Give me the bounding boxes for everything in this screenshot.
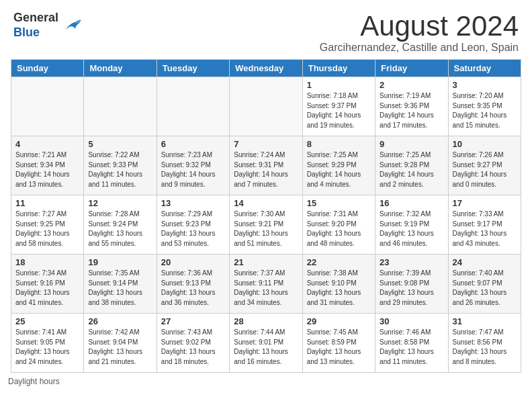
day-cell: 11Sunrise: 7:27 AMSunset: 9:25 PMDayligh… xyxy=(11,195,84,255)
day-number: 19 xyxy=(88,257,152,267)
day-info: Sunrise: 7:43 AMSunset: 9:02 PMDaylight:… xyxy=(161,328,225,367)
calendar-week-row: 25Sunrise: 7:41 AMSunset: 9:05 PMDayligh… xyxy=(11,314,521,373)
day-info: Sunrise: 7:21 AMSunset: 9:34 PMDaylight:… xyxy=(15,150,79,189)
day-cell: 6Sunrise: 7:23 AMSunset: 9:32 PMDaylight… xyxy=(157,136,229,195)
day-cell: 7Sunrise: 7:24 AMSunset: 9:31 PMDaylight… xyxy=(230,136,302,195)
day-cell: 4Sunrise: 7:21 AMSunset: 9:34 PMDaylight… xyxy=(11,136,84,195)
day-cell: 31Sunrise: 7:47 AMSunset: 8:56 PMDayligh… xyxy=(448,314,521,373)
day-number: 21 xyxy=(234,257,298,267)
header: General Blue August 2024 Garcihernandez,… xyxy=(0,0,532,59)
day-number: 3 xyxy=(453,80,517,90)
day-number: 5 xyxy=(88,139,152,149)
day-number: 7 xyxy=(234,139,298,149)
day-cell: 19Sunrise: 7:35 AMSunset: 9:14 PMDayligh… xyxy=(84,255,157,314)
day-number: 28 xyxy=(234,316,298,326)
day-cell: 29Sunrise: 7:45 AMSunset: 8:59 PMDayligh… xyxy=(302,314,375,373)
day-of-week-header: Thursday xyxy=(302,60,375,77)
day-number: 18 xyxy=(15,257,79,267)
day-of-week-header: Saturday xyxy=(448,60,521,77)
day-number: 10 xyxy=(453,139,517,149)
day-cell: 22Sunrise: 7:38 AMSunset: 9:10 PMDayligh… xyxy=(302,255,375,314)
day-cell: 5Sunrise: 7:22 AMSunset: 9:33 PMDaylight… xyxy=(84,136,157,195)
location-subtitle: Garcihernandez, Castille and Leon, Spain xyxy=(320,42,519,54)
day-info: Sunrise: 7:39 AMSunset: 9:08 PMDaylight:… xyxy=(380,269,443,308)
day-number: 24 xyxy=(453,257,517,267)
day-of-week-header: Monday xyxy=(84,60,157,77)
day-info: Sunrise: 7:28 AMSunset: 9:24 PMDaylight:… xyxy=(88,210,152,248)
day-cell: 12Sunrise: 7:28 AMSunset: 9:24 PMDayligh… xyxy=(84,195,157,255)
day-info: Sunrise: 7:34 AMSunset: 9:16 PMDaylight:… xyxy=(15,269,79,308)
day-cell: 24Sunrise: 7:40 AMSunset: 9:07 PMDayligh… xyxy=(448,255,521,314)
day-info: Sunrise: 7:38 AMSunset: 9:10 PMDaylight:… xyxy=(307,269,371,308)
day-cell: 3Sunrise: 7:20 AMSunset: 9:35 PMDaylight… xyxy=(448,77,521,136)
day-number: 9 xyxy=(380,139,443,149)
day-number: 30 xyxy=(380,316,443,326)
day-of-week-header: Friday xyxy=(375,60,448,77)
day-number: 11 xyxy=(15,198,79,208)
day-info: Sunrise: 7:31 AMSunset: 9:20 PMDaylight:… xyxy=(307,210,371,248)
day-info: Sunrise: 7:22 AMSunset: 9:33 PMDaylight:… xyxy=(88,150,152,189)
day-info: Sunrise: 7:36 AMSunset: 9:13 PMDaylight:… xyxy=(161,269,225,308)
day-cell: 20Sunrise: 7:36 AMSunset: 9:13 PMDayligh… xyxy=(157,255,229,314)
day-info: Sunrise: 7:26 AMSunset: 9:27 PMDaylight:… xyxy=(453,150,517,189)
day-cell: 2Sunrise: 7:19 AMSunset: 9:36 PMDaylight… xyxy=(375,77,448,136)
day-cell: 16Sunrise: 7:32 AMSunset: 9:19 PMDayligh… xyxy=(375,195,448,255)
day-number: 6 xyxy=(161,139,225,149)
calendar-header: SundayMondayTuesdayWednesdayThursdayFrid… xyxy=(11,60,521,77)
day-number: 16 xyxy=(380,198,443,208)
day-number: 14 xyxy=(234,198,298,208)
day-cell: 26Sunrise: 7:42 AMSunset: 9:04 PMDayligh… xyxy=(84,314,157,373)
day-info: Sunrise: 7:24 AMSunset: 9:31 PMDaylight:… xyxy=(234,150,298,189)
day-info: Sunrise: 7:37 AMSunset: 9:11 PMDaylight:… xyxy=(234,269,298,308)
day-number: 2 xyxy=(380,80,443,90)
calendar-week-row: 1Sunrise: 7:18 AMSunset: 9:37 PMDaylight… xyxy=(11,77,521,136)
day-info: Sunrise: 7:44 AMSunset: 9:01 PMDaylight:… xyxy=(234,328,298,367)
day-cell: 28Sunrise: 7:44 AMSunset: 9:01 PMDayligh… xyxy=(230,314,302,373)
day-number: 1 xyxy=(307,80,371,90)
day-info: Sunrise: 7:18 AMSunset: 9:37 PMDaylight:… xyxy=(307,91,371,130)
calendar-week-row: 18Sunrise: 7:34 AMSunset: 9:16 PMDayligh… xyxy=(11,255,521,314)
day-cell: 15Sunrise: 7:31 AMSunset: 9:20 PMDayligh… xyxy=(302,195,375,255)
calendar-body: 1Sunrise: 7:18 AMSunset: 9:37 PMDaylight… xyxy=(11,77,521,373)
page-container: General Blue August 2024 Garcihernandez,… xyxy=(0,0,532,390)
day-cell: 10Sunrise: 7:26 AMSunset: 9:27 PMDayligh… xyxy=(448,136,521,195)
day-cell: 8Sunrise: 7:25 AMSunset: 9:29 PMDaylight… xyxy=(302,136,375,195)
day-info: Sunrise: 7:19 AMSunset: 9:36 PMDaylight:… xyxy=(380,91,443,130)
day-cell: 17Sunrise: 7:33 AMSunset: 9:17 PMDayligh… xyxy=(448,195,521,255)
day-info: Sunrise: 7:41 AMSunset: 9:05 PMDaylight:… xyxy=(15,328,79,367)
day-cell xyxy=(230,77,302,136)
day-cell: 1Sunrise: 7:18 AMSunset: 9:37 PMDaylight… xyxy=(302,77,375,136)
calendar-table: SundayMondayTuesdayWednesdayThursdayFrid… xyxy=(11,59,521,373)
day-info: Sunrise: 7:23 AMSunset: 9:32 PMDaylight:… xyxy=(161,150,225,189)
daylight-label: Daylight hours xyxy=(8,377,60,386)
logo-text: General Blue xyxy=(13,11,58,40)
day-number: 26 xyxy=(88,316,152,326)
footer: Daylight hours xyxy=(0,373,532,390)
day-number: 17 xyxy=(453,198,517,208)
day-cell: 21Sunrise: 7:37 AMSunset: 9:11 PMDayligh… xyxy=(230,255,302,314)
calendar-wrapper: SundayMondayTuesdayWednesdayThursdayFrid… xyxy=(0,59,532,373)
logo-blue: Blue xyxy=(13,26,58,40)
day-info: Sunrise: 7:25 AMSunset: 9:28 PMDaylight:… xyxy=(380,150,443,189)
day-cell: 30Sunrise: 7:46 AMSunset: 8:58 PMDayligh… xyxy=(375,314,448,373)
day-info: Sunrise: 7:40 AMSunset: 9:07 PMDaylight:… xyxy=(453,269,517,308)
calendar-week-row: 4Sunrise: 7:21 AMSunset: 9:34 PMDaylight… xyxy=(11,136,521,195)
month-year-title: August 2024 xyxy=(320,11,519,42)
day-number: 29 xyxy=(307,316,371,326)
title-area: August 2024 Garcihernandez, Castille and… xyxy=(320,11,519,54)
day-number: 20 xyxy=(161,257,225,267)
day-number: 15 xyxy=(307,198,371,208)
day-of-week-header: Sunday xyxy=(11,60,84,77)
day-number: 23 xyxy=(380,257,443,267)
day-of-week-header: Tuesday xyxy=(157,60,229,77)
day-info: Sunrise: 7:30 AMSunset: 9:21 PMDaylight:… xyxy=(234,210,298,248)
day-cell xyxy=(11,77,84,136)
day-info: Sunrise: 7:20 AMSunset: 9:35 PMDaylight:… xyxy=(453,91,517,130)
day-cell: 27Sunrise: 7:43 AMSunset: 9:02 PMDayligh… xyxy=(157,314,229,373)
day-info: Sunrise: 7:32 AMSunset: 9:19 PMDaylight:… xyxy=(380,210,443,248)
day-info: Sunrise: 7:46 AMSunset: 8:58 PMDaylight:… xyxy=(380,328,443,367)
logo-bird-icon xyxy=(61,15,83,36)
day-cell xyxy=(84,77,157,136)
days-of-week-row: SundayMondayTuesdayWednesdayThursdayFrid… xyxy=(11,60,521,77)
day-info: Sunrise: 7:29 AMSunset: 9:23 PMDaylight:… xyxy=(161,210,225,248)
